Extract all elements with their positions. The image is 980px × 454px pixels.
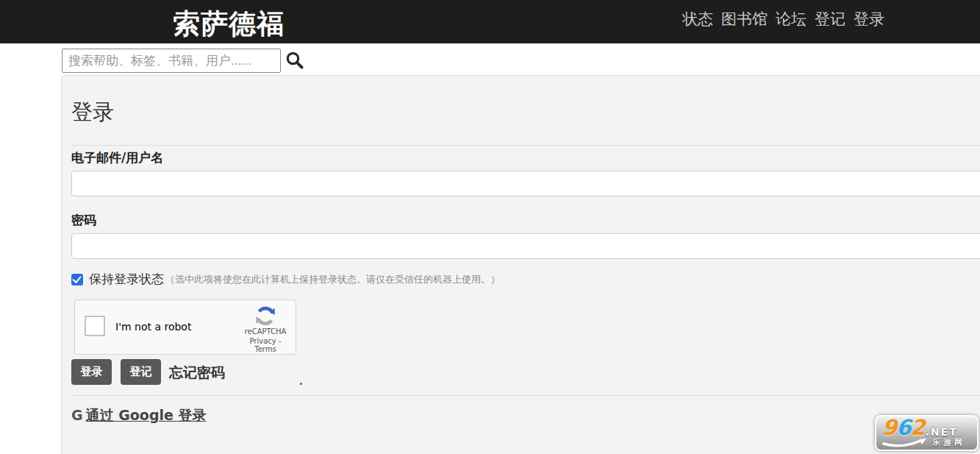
recaptcha-widget: I'm not a robot reCAPTCHA Privacy - Term… — [74, 299, 296, 355]
watermark-962net-logo: 9 6 2 .NET 乐游网 — [875, 415, 979, 451]
nav-item-library[interactable]: 图书馆 — [721, 9, 768, 29]
search-row — [0, 43, 980, 75]
nav-item-forum[interactable]: 论坛 — [776, 9, 806, 29]
email-label: 电子邮件/用户名 — [71, 149, 163, 166]
recaptcha-label: I'm not a robot — [115, 321, 191, 333]
watermark-bottom-row: 乐游网 — [882, 437, 973, 448]
top-navigation-bar: 索萨德福 状态 图书馆 论坛 登记 登录 — [0, 0, 980, 43]
site-title[interactable]: 索萨德福 — [173, 6, 285, 43]
recaptcha-privacy-terms-links[interactable]: Privacy - Terms — [240, 337, 291, 353]
swoosh-arrow-icon — [882, 438, 928, 448]
forgot-password-link[interactable]: 忘记密码 — [169, 363, 225, 383]
page-title: 登录 — [71, 98, 114, 127]
watermark-digit: 2 — [910, 417, 924, 439]
recaptcha-logo-icon — [254, 305, 277, 327]
login-button[interactable]: 登录 — [71, 359, 112, 385]
google-login-row: G通过 Google 登录 — [71, 406, 207, 425]
recaptcha-branding: reCAPTCHA Privacy - Terms — [240, 305, 291, 353]
nav-item-login[interactable]: 登录 — [854, 9, 884, 29]
watermark-net-text: .NET — [926, 427, 958, 437]
divider — [71, 145, 980, 146]
nav-item-register[interactable]: 登记 — [815, 9, 845, 29]
watermark-top-row: 9 6 2 .NET — [882, 417, 973, 439]
top-nav: 状态 图书馆 论坛 登记 登录 — [682, 0, 884, 38]
remember-label: 保持登录状态 — [89, 271, 164, 288]
email-input[interactable] — [71, 171, 980, 196]
stray-pixel-artifact — [300, 383, 302, 385]
watermark-digit: 6 — [896, 417, 910, 439]
search-input[interactable] — [62, 49, 281, 73]
remember-note: （选中此项将使您在此计算机上保持登录状态。请仅在受信任的机器上使用。） — [165, 273, 500, 286]
register-button[interactable]: 登记 — [121, 359, 161, 385]
password-input[interactable] — [71, 233, 980, 259]
divider — [71, 395, 980, 396]
watermark-site-name: 乐游网 — [932, 437, 965, 448]
nav-item-status[interactable]: 状态 — [682, 9, 713, 29]
login-panel: 登录 电子邮件/用户名 密码 保持登录状态 （选中此项将使您在此计算机上保持登录… — [61, 75, 980, 454]
password-label: 密码 — [71, 212, 96, 229]
search-icon[interactable] — [285, 50, 305, 71]
recaptcha-checkbox[interactable] — [85, 316, 105, 336]
watermark-digit: 9 — [882, 417, 896, 439]
google-g-icon: G — [71, 407, 83, 423]
remember-row: 保持登录状态 （选中此项将使您在此计算机上保持登录状态。请仅在受信任的机器上使用… — [71, 271, 500, 288]
remember-checkbox[interactable] — [71, 274, 83, 285]
recaptcha-brand-text: reCAPTCHA — [240, 327, 291, 336]
google-login-link[interactable]: 通过 Google 登录 — [86, 407, 207, 423]
